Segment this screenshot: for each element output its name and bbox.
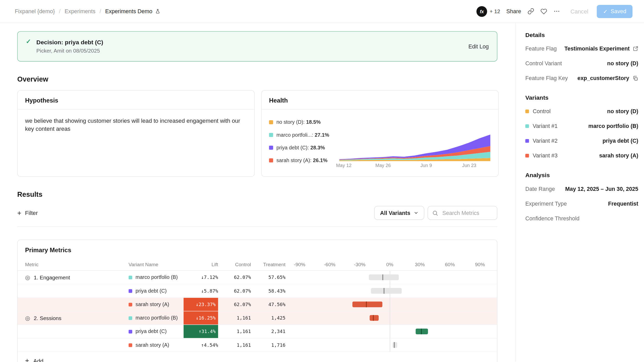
- lift-cell: ↑4.54%: [184, 338, 218, 352]
- results-heading: Results: [17, 191, 498, 199]
- date-range-label: Date Range: [525, 186, 555, 192]
- metric-table-row[interactable]: sarah story (A)↓23.37%62.07%47.56%: [18, 298, 497, 311]
- control-value: 62.07%: [218, 274, 251, 280]
- feature-flag-value[interactable]: Testimonials Experiment: [564, 46, 630, 52]
- overview-heading: Overview: [17, 75, 498, 84]
- metrics-table-header: Metric Variant Name Lift Control Treatme…: [18, 258, 497, 271]
- variants-dropdown[interactable]: All Variants: [374, 206, 424, 220]
- search-metrics-box[interactable]: [428, 206, 497, 220]
- health-stacked-area-chart: [339, 133, 491, 161]
- metric-table-row[interactable]: priya debt (C)↑31.4%1,1612,341: [18, 325, 497, 338]
- experiment-type-label: Experiment Type: [525, 201, 567, 207]
- date-range-value: May 12, 2025 – Jun 30, 2025: [565, 186, 638, 192]
- lift-value: ↓5.87%: [201, 288, 218, 294]
- top-bar: Fixpanel {demo} / Experiments / Experime…: [0, 0, 644, 23]
- confidence-interval-cell: [285, 338, 489, 352]
- feature-flag-key-row: Feature Flag Key exp_customerStory: [525, 74, 638, 82]
- confidence-interval-bar: [416, 329, 428, 334]
- results-divider: [17, 226, 498, 227]
- health-legend-item: sarah story (A): 26.1%: [269, 157, 339, 163]
- variant-label: Variant #2: [533, 138, 558, 144]
- search-metrics-input[interactable]: [442, 209, 490, 216]
- health-title: Health: [262, 91, 498, 110]
- plus-icon: +: [17, 209, 22, 216]
- add-metric-button[interactable]: + Add: [18, 352, 497, 362]
- lift-value: ↑4.54%: [201, 342, 218, 348]
- details-heading: Details: [525, 32, 638, 38]
- variant-label: Control: [533, 108, 551, 114]
- confidence-interval-bar: [393, 342, 397, 348]
- breadcrumb-separator: /: [100, 8, 101, 15]
- col-variant-name: Variant Name: [129, 262, 184, 267]
- results-toolbar: + Filter All Variants: [17, 206, 498, 220]
- variant-name-cell: priya debt (C): [129, 329, 184, 334]
- confidence-interval-cell: [285, 271, 489, 284]
- variant-value: no story (D): [607, 108, 638, 114]
- control-variant-row: Control Variant no story (D): [525, 59, 638, 68]
- variant-row-2: Variant #2 priya debt (C): [525, 137, 638, 145]
- health-x-label: Jun 9: [420, 163, 432, 168]
- breadcrumb: Fixpanel {demo} / Experiments / Experime…: [15, 8, 160, 15]
- metric-table-row[interactable]: ◎2. Sessionsmarco portfolio (B)↓16.25%1,…: [18, 311, 497, 325]
- feature-flag-key-label: Feature Flag Key: [525, 75, 568, 81]
- plus-icon: +: [25, 357, 29, 362]
- collaborator-count[interactable]: + 12: [490, 8, 500, 15]
- confidence-threshold-row: Confidence Threshold: [525, 214, 638, 223]
- lift-badge: ↓16.25%: [184, 311, 218, 324]
- lift-cell: ↑31.4%: [184, 325, 218, 338]
- filter-button[interactable]: + Filter: [17, 209, 38, 216]
- saved-button[interactable]: ✓Saved: [597, 5, 632, 18]
- hypothesis-body: we believe that showing customer stories…: [18, 110, 248, 140]
- health-x-label: May 12: [336, 163, 352, 168]
- more-options-icon[interactable]: [553, 8, 560, 15]
- control-variant-value: no story (D): [607, 60, 638, 67]
- health-legend-item: marco portfoli...: 27.1%: [269, 132, 339, 138]
- copy-icon[interactable]: [633, 75, 638, 81]
- point-estimate-tick: [373, 315, 374, 321]
- confidence-interval-bar: [371, 288, 402, 294]
- add-metric-label: Add: [33, 358, 43, 362]
- external-link-icon[interactable]: [633, 46, 638, 51]
- legend-swatch: [269, 146, 273, 150]
- control-variant-label: Control Variant: [525, 60, 562, 67]
- metric-name-cell: ◎2. Sessions: [25, 315, 129, 321]
- search-icon: [432, 210, 438, 216]
- col-lift: Lift: [184, 262, 218, 267]
- health-body: no story (D): 18.5%marco portfoli...: 27…: [262, 110, 498, 169]
- control-value: 1,161: [218, 315, 251, 321]
- variants-dropdown-label: All Variants: [380, 210, 410, 216]
- health-chart: May 12May 26Jun 9Jun 23: [339, 133, 491, 170]
- variant-swatch: [525, 110, 529, 113]
- point-estimate-tick: [366, 301, 367, 307]
- variant-name-cell: sarah story (A): [129, 342, 184, 348]
- variant-swatch: [129, 316, 132, 320]
- variant-swatch: [525, 154, 529, 157]
- metric-table-row[interactable]: sarah story (A)↑4.54%1,1611,716: [18, 338, 497, 352]
- metric-table-row[interactable]: priya debt (C)↓5.87%62.07%58.43%: [18, 284, 497, 298]
- feature-flag-row: Feature Flag Testimonials Experiment: [525, 44, 638, 53]
- breadcrumb-item-experiments[interactable]: Experiments: [65, 8, 95, 15]
- avatar[interactable]: fx: [477, 6, 487, 17]
- flask-icon: [155, 8, 160, 14]
- copy-link-icon[interactable]: [527, 8, 534, 15]
- variant-row-3: Variant #3 sarah story (A): [525, 151, 638, 160]
- favorite-heart-icon[interactable]: [541, 8, 547, 15]
- variant-row-control: Control no story (D): [525, 107, 638, 115]
- cancel-button[interactable]: Cancel: [568, 8, 591, 15]
- treatment-value: 47.56%: [251, 301, 285, 307]
- confidence-interval-cell: [285, 311, 489, 324]
- col-control: Control: [218, 262, 251, 267]
- variant-value: sarah story (A): [599, 153, 638, 159]
- health-legend-item: no story (D): 18.5%: [269, 119, 339, 125]
- point-estimate-tick: [382, 274, 383, 280]
- breadcrumb-item-workspace[interactable]: Fixpanel {demo}: [15, 8, 55, 15]
- legend-label: priya debt (C): 28.3%: [276, 145, 325, 150]
- treatment-value: 57.65%: [251, 274, 285, 280]
- share-button[interactable]: Share: [506, 8, 521, 15]
- axis-tick-label: -60%: [324, 262, 335, 267]
- edit-log-button[interactable]: Edit Log: [468, 43, 489, 49]
- decision-check-icon: ✓: [26, 38, 31, 45]
- metric-table-row[interactable]: ◎1. Engagementmarco portfolio (B)↓7.12%6…: [18, 271, 497, 284]
- treatment-value: 58.43%: [251, 288, 285, 294]
- variant-row-1: Variant #1 marco portfolio (B): [525, 122, 638, 131]
